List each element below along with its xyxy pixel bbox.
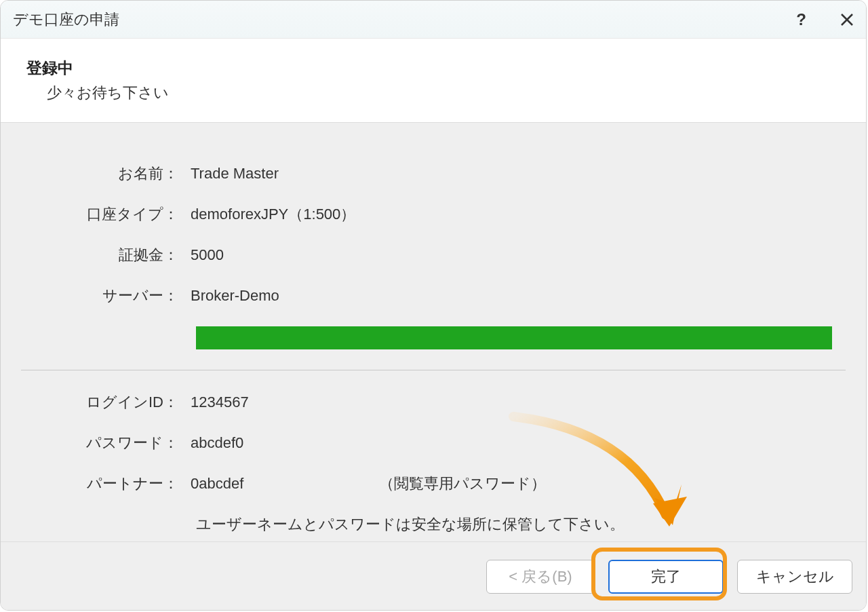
server-row: サーバー： Broker-Demo — [21, 286, 846, 306]
window-title: デモ口座の申請 — [13, 9, 796, 30]
demo-account-dialog: デモ口座の申請 ? 登録中 少々お待ち下さい お名前： Trade Master… — [0, 0, 867, 611]
footer: < 戻る(B) 完了 キャンセル — [1, 541, 866, 611]
partner-label: パートナー： — [21, 474, 184, 494]
login-row: ログインID： 1234567 — [21, 392, 846, 413]
account-type-row: 口座タイプ： demoforexJPY（1:500） — [21, 204, 846, 225]
partner-row: パートナー： 0abcdef （閲覧専用パスワード） — [21, 474, 846, 494]
password-label: パスワード： — [21, 433, 184, 453]
help-icon[interactable]: ? — [796, 10, 806, 29]
progress-bar — [196, 326, 832, 349]
server-label: サーバー： — [21, 286, 184, 306]
header-subtitle: 少々お待ち下さい — [26, 83, 840, 103]
deposit-value: 5000 — [184, 246, 224, 264]
name-row: お名前： Trade Master — [21, 164, 846, 184]
header-title: 登録中 — [26, 58, 840, 79]
partner-note: （閲覧専用パスワード） — [243, 474, 546, 494]
finish-button[interactable]: 完了 — [608, 560, 724, 594]
save-note: ユーザーネームとパスワードは安全な場所に保管して下さい。 — [21, 514, 846, 535]
deposit-label: 証拠金： — [21, 245, 184, 265]
close-icon[interactable] — [840, 13, 854, 26]
account-type-label: 口座タイプ： — [21, 204, 184, 225]
server-value: Broker-Demo — [184, 287, 279, 305]
password-row: パスワード： abcdef0 — [21, 433, 846, 453]
back-button[interactable]: < 戻る(B) — [486, 560, 595, 594]
name-value: Trade Master — [184, 165, 279, 183]
header-section: 登録中 少々お待ち下さい — [1, 39, 866, 122]
login-value: 1234567 — [184, 394, 249, 411]
cancel-button[interactable]: キャンセル — [737, 560, 852, 594]
login-label: ログインID： — [21, 392, 184, 413]
titlebar: デモ口座の申請 ? — [1, 1, 866, 39]
partner-value: 0abcdef — [184, 475, 243, 493]
name-label: お名前： — [21, 164, 184, 184]
main-content: お名前： Trade Master 口座タイプ： demoforexJPY（1:… — [1, 122, 866, 541]
account-type-value: demoforexJPY（1:500） — [184, 204, 355, 225]
deposit-row: 証拠金： 5000 — [21, 245, 846, 265]
password-value: abcdef0 — [184, 434, 243, 452]
divider — [21, 370, 846, 370]
